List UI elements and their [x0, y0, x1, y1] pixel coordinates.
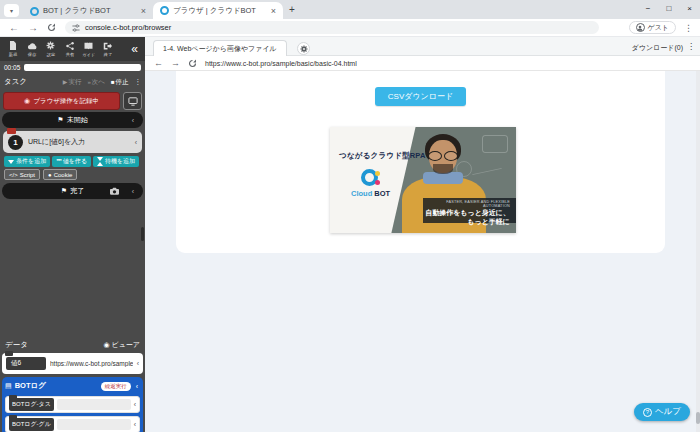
recording-button[interactable]: ◉ ブラウザ操作を記録中: [3, 92, 120, 110]
data-label: データ: [5, 340, 28, 350]
script-button[interactable]: </>Script: [4, 169, 40, 180]
chevron-left-icon[interactable]: ‹: [132, 188, 134, 195]
site-settings-icon[interactable]: [72, 24, 80, 32]
chevron-left-icon[interactable]: ‹: [134, 401, 136, 408]
share-button[interactable]: 共有: [60, 42, 79, 57]
value-input[interactable]: https://www.c-bot.pro/sample/b: [50, 360, 133, 367]
address-bar[interactable]: console.c-bot.pro/browser: [65, 21, 599, 34]
emulated-viewport: CSVダウンロード つながるクラウド型RPA Cloud BOT FASTER,: [145, 71, 700, 432]
chrome-tab-strip: ▾ BOT | クラウドBOT × ブラウザ | クラウドBOT × + − □…: [0, 0, 700, 19]
recorder-sidebar: 新規 保存 設定 共有 ガイド 終了 «: [0, 37, 145, 432]
cookie-icon: ●: [48, 172, 52, 178]
chrome-tab-bot[interactable]: BOT | クラウドBOT ×: [23, 3, 153, 19]
emulated-url-text[interactable]: https://www.c-bot.pro/sample/basic/basic…: [205, 60, 357, 67]
emulated-menu-button[interactable]: ⋮: [687, 42, 695, 51]
value-card[interactable]: 値6 https://www.c-bot.pro/sample/b ‹: [2, 353, 143, 374]
collapse-sidebar-button[interactable]: «: [131, 42, 138, 56]
tool-label: 新規: [8, 51, 17, 56]
tab-close-icon[interactable]: ×: [141, 6, 146, 16]
monitor-icon: [128, 97, 138, 106]
cloudbot-favicon-icon: [160, 6, 169, 15]
nav-buttons: ← →: [9, 22, 56, 33]
downloads-button[interactable]: ダウンロード(0): [632, 43, 683, 53]
new-tab-button[interactable]: +: [289, 4, 295, 15]
item-input[interactable]: [57, 399, 131, 410]
step-card[interactable]: 1 URLに[値6]を入力 ‹: [3, 131, 142, 153]
viewer-button[interactable]: ◉ ビューア: [103, 340, 140, 350]
chrome-tab-browser[interactable]: ブラウザ | クラウドBOT ×: [153, 2, 283, 19]
logo-yellow-dot: [375, 171, 380, 176]
eye-icon: ◉: [103, 341, 109, 349]
reload-button[interactable]: [188, 59, 197, 68]
exit-button[interactable]: 終了: [98, 42, 117, 57]
emulated-tab[interactable]: 1-4. Webページから画像やファイル: [153, 40, 287, 57]
question-icon: ?: [643, 408, 652, 417]
close-window-button[interactable]: ×: [687, 4, 692, 13]
timer-progress-bar: [24, 64, 141, 71]
tool-label: 設定: [46, 51, 55, 56]
url-text: console.c-bot.pro/browser: [85, 23, 171, 32]
value-name: 値6: [6, 357, 46, 370]
chevron-left-icon[interactable]: ‹: [132, 117, 134, 124]
cloudbot-banner-image[interactable]: つながるクラウド型RPA Cloud BOT FASTER, EASIER AN…: [330, 127, 516, 233]
run-button[interactable]: ▶実行: [63, 78, 82, 87]
section-done[interactable]: ⚑ 完了 ‹: [2, 183, 143, 199]
tab-title: ブラウザ | クラウドBOT: [173, 6, 267, 16]
next-icon: »: [87, 79, 90, 85]
tab-close-icon[interactable]: ×: [271, 6, 276, 16]
settings-button[interactable]: 設定: [41, 41, 60, 57]
chalk-doodle: [482, 135, 508, 153]
chevron-left-icon[interactable]: ‹: [134, 421, 136, 428]
guide-button[interactable]: ガイド: [79, 42, 98, 57]
add-condition-button[interactable]: 条件を追加: [4, 156, 50, 167]
make-value-button[interactable]: ””値を作る: [52, 156, 91, 167]
hourglass-icon: [97, 157, 103, 166]
record-row: ◉ ブラウザ操作を記録中: [0, 92, 145, 110]
reload-button[interactable]: [47, 23, 56, 32]
tab-search-button[interactable]: ▾: [4, 4, 19, 17]
chevron-down-icon: ▾: [10, 7, 13, 14]
cookie-button[interactable]: ●Cookie: [43, 169, 77, 180]
new-button[interactable]: 新規: [3, 41, 22, 57]
share-icon: [66, 42, 74, 50]
next-button[interactable]: »次へ: [87, 78, 105, 87]
bot-log-group-header[interactable]: ▤ BOTログ 繰返実行 ‹: [5, 379, 140, 393]
chevron-left-icon[interactable]: ‹: [137, 360, 139, 367]
window-controls: − □ ×: [646, 1, 692, 15]
chalk-doodle: [472, 168, 502, 175]
csv-download-button[interactable]: CSVダウンロード: [375, 87, 466, 106]
group-icon: ▤: [5, 382, 12, 390]
bot-log-item-task[interactable]: BOTログ-タス ‹: [5, 396, 140, 413]
section-not-started[interactable]: ⚑ 未開始 ‹: [2, 112, 143, 128]
book-icon: [84, 42, 93, 50]
forward-button[interactable]: →: [171, 58, 180, 68]
help-button[interactable]: ? ヘルプ: [634, 403, 690, 421]
add-wait-button[interactable]: 待機を追加: [93, 156, 139, 167]
task-menu-button[interactable]: ⋮: [135, 78, 142, 86]
chevron-left-icon[interactable]: ‹: [135, 139, 137, 146]
profile-button[interactable]: ゲスト: [629, 21, 677, 34]
back-button[interactable]: ←: [9, 22, 19, 33]
forward-button[interactable]: →: [28, 22, 38, 33]
sidebar-scrollbar-thumb[interactable]: [141, 227, 144, 241]
tool-label: 終了: [103, 51, 112, 56]
back-button[interactable]: ←: [154, 58, 163, 68]
sidebar-toolbar: 新規 保存 設定 共有 ガイド 終了 «: [0, 37, 145, 61]
person-beard: [433, 164, 453, 174]
scrollbar-thumb[interactable]: [696, 412, 700, 424]
data-section-header: データ ◉ ビューア: [0, 338, 145, 352]
tab-settings-button[interactable]: [297, 42, 310, 55]
chrome-menu-button[interactable]: ⋮: [684, 23, 693, 33]
item-input[interactable]: [57, 419, 131, 430]
maximize-button[interactable]: □: [666, 4, 671, 13]
operation-panel-button[interactable]: [123, 92, 142, 110]
camera-icon[interactable]: [110, 187, 119, 195]
viewport-scrollbar[interactable]: [696, 71, 700, 432]
minimize-button[interactable]: −: [646, 4, 651, 13]
stop-button[interactable]: ■停止: [111, 78, 129, 87]
chevron-left-icon[interactable]: ‹: [136, 383, 138, 390]
section-label: 未開始: [67, 115, 88, 125]
repeat-badge: 繰返実行: [101, 382, 131, 391]
bot-log-item-group[interactable]: BOTログ-グル ‹: [5, 416, 140, 432]
save-button[interactable]: 保存: [22, 42, 41, 57]
